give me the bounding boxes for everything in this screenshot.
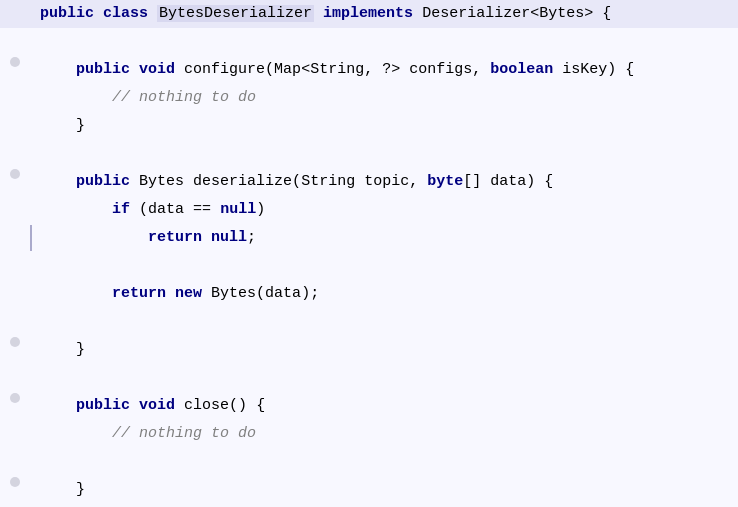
punc: ( (265, 61, 274, 78)
code-line-1: public class BytesDeserializer implement… (0, 0, 738, 28)
type: Deserializer<Bytes> (422, 5, 593, 22)
line-content-9: return null; (30, 225, 738, 251)
code-line-6 (0, 140, 738, 168)
line-content-13: } (30, 337, 738, 363)
code-line-16: // nothing to do (0, 420, 738, 448)
line-content-18: } (30, 477, 738, 503)
line-content-10 (30, 253, 738, 279)
punc: , (409, 173, 418, 190)
punc: , (364, 61, 373, 78)
code-line-18: } (0, 476, 738, 504)
breakpoint-dot-15 (10, 393, 20, 403)
gutter-13 (0, 337, 30, 347)
brace: } (76, 341, 85, 358)
brace: { (602, 5, 611, 22)
punc: () (229, 397, 247, 414)
param: data (490, 173, 526, 190)
code-line-7: public Bytes deserialize(String topic, b… (0, 168, 738, 196)
code-line-14 (0, 364, 738, 392)
keyword: public (76, 397, 130, 414)
keyword: implements (323, 5, 413, 22)
keyword: null (220, 201, 256, 218)
keyword: boolean (490, 61, 553, 78)
code-line-15: public void close() { (0, 392, 738, 420)
method-name: close (184, 397, 229, 414)
brace: } (76, 117, 85, 134)
code-line-2 (0, 28, 738, 56)
type: String (310, 61, 364, 78)
type: String (301, 173, 355, 190)
punc: < (301, 61, 310, 78)
var: data (148, 201, 184, 218)
punc: ) (526, 173, 535, 190)
code-line-12 (0, 308, 738, 336)
line-content-16: // nothing to do (30, 421, 738, 447)
punc: ; (247, 229, 256, 246)
brace: { (544, 173, 553, 190)
code-line-3: public void configure(Map<String, ?> con… (0, 56, 738, 84)
param: configs (409, 61, 472, 78)
punc: ( (139, 201, 148, 218)
param: isKey (562, 61, 607, 78)
punc: ( (256, 285, 265, 302)
breakpoint-dot-13 (10, 337, 20, 347)
brace: { (256, 397, 265, 414)
type: Bytes (139, 173, 184, 190)
code-line-13: } (0, 336, 738, 364)
gutter-7 (0, 169, 30, 179)
method-name: configure (184, 61, 265, 78)
punc: ( (292, 173, 301, 190)
line-content-3: public void configure(Map<String, ?> con… (30, 57, 738, 83)
keyword: public (76, 173, 130, 190)
line-content-6 (30, 141, 738, 167)
code-line-11: return new Bytes(data); (0, 280, 738, 308)
keyword: new (175, 285, 202, 302)
code-line-4: // nothing to do (0, 84, 738, 112)
keyword: return (112, 285, 166, 302)
code-line-10 (0, 252, 738, 280)
line-content-14 (30, 365, 738, 391)
keyword: void (139, 61, 175, 78)
code-line-9: return null; (0, 224, 738, 252)
keyword: public (40, 5, 94, 22)
code-line-5: } (0, 112, 738, 140)
punc: , (472, 61, 481, 78)
punc: [] (463, 173, 481, 190)
line-content-7: public Bytes deserialize(String topic, b… (30, 169, 738, 195)
line-content-8: if (data == null) (30, 197, 738, 223)
operator: == (193, 201, 211, 218)
brace: } (76, 481, 85, 498)
type: Bytes (211, 285, 256, 302)
line-content-5: } (30, 113, 738, 139)
gutter-18 (0, 477, 30, 487)
punc: ) (607, 61, 616, 78)
keyword: class (103, 5, 148, 22)
comment: // nothing to do (112, 425, 256, 442)
keyword: byte (427, 173, 463, 190)
punc: ) (256, 201, 265, 218)
breakpoint-dot-18 (10, 477, 20, 487)
keyword: public (76, 61, 130, 78)
var: data (265, 285, 301, 302)
comment: // nothing to do (112, 89, 256, 106)
line-content-15: public void close() { (30, 393, 738, 419)
method-name: deserialize (193, 173, 292, 190)
param: topic (364, 173, 409, 190)
code-editor: public class BytesDeserializer implement… (0, 0, 738, 507)
keyword: return (148, 229, 202, 246)
keyword: void (139, 397, 175, 414)
type: Map (274, 61, 301, 78)
code-line-17 (0, 448, 738, 476)
classname: BytesDeserializer (157, 5, 314, 22)
line-content-1: public class BytesDeserializer implement… (30, 1, 738, 27)
brace: { (625, 61, 634, 78)
breakpoint-dot-3 (10, 57, 20, 67)
gutter-15 (0, 393, 30, 403)
keyword: if (112, 201, 130, 218)
line-content-11: return new Bytes(data); (30, 281, 738, 307)
breakpoint-dot-7 (10, 169, 20, 179)
line-content-17 (30, 449, 738, 475)
line-content-4: // nothing to do (30, 85, 738, 111)
punc: ); (301, 285, 319, 302)
line-content-12 (30, 309, 738, 335)
